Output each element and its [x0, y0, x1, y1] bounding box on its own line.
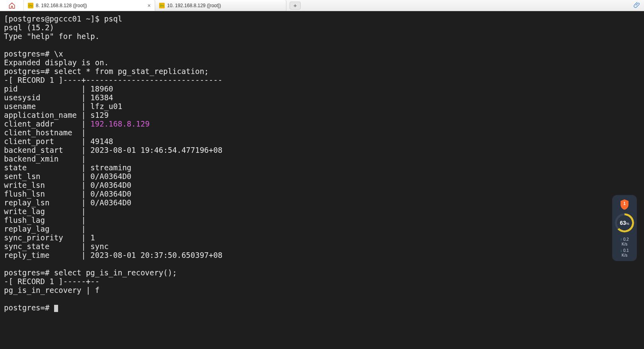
field-key: sent_lsn [4, 172, 77, 181]
cmd-recovery: postgres=# select pg_is_in_recovery(); [4, 268, 177, 277]
field-key: usename [4, 102, 77, 111]
prompt-line: [postgres@pgccc01 ~]$ psql [4, 14, 122, 23]
field-key: flush_lag [4, 216, 77, 224]
cmd-select: postgres=# select * from pg_stat_replica… [4, 67, 209, 76]
usage-percent: 63 [620, 220, 626, 226]
percent-sign: % [626, 222, 629, 226]
psql-help: Type "help" for help. [4, 32, 99, 41]
field-value [86, 128, 90, 137]
key-icon [159, 3, 165, 8]
field-key: write_lag [4, 207, 77, 216]
field-value: 2023-08-01 19:46:54.477196+08 [86, 146, 222, 154]
field-value: streaming [86, 163, 131, 172]
field-value [86, 207, 90, 216]
field-value [86, 216, 90, 224]
net-upload: 0.2 K/s [620, 237, 629, 247]
field-value: 2023-08-01 20:37:50.650397+08 [86, 251, 222, 259]
field-key: pid [4, 84, 77, 93]
home-button[interactable] [0, 0, 24, 11]
field-value: sync [86, 242, 109, 251]
field-value: 0/A0364D0 [86, 198, 131, 207]
field-key: replay_lsn [4, 198, 77, 207]
field-key: usesysid [4, 93, 77, 102]
psql-version: psql (15.2) [4, 23, 54, 32]
field-value: 18960 [86, 84, 113, 93]
field-value [86, 224, 90, 233]
field-value: s129 [86, 111, 109, 119]
key-icon [28, 3, 33, 8]
terminal-cursor [54, 305, 58, 312]
field-key: client_addr [4, 119, 77, 128]
tab-0[interactable]: 8. 192.168.8.128 ([root])× [24, 0, 155, 11]
tab-bar: 8. 192.168.8.128 ([root])×10. 192.168.8.… [0, 0, 644, 11]
cmd-expanded: postgres=# \x [4, 49, 63, 58]
record-header: -[ RECORD 1 ]----+----------------------… [4, 76, 222, 84]
net-download: 0.1 K/s [620, 248, 629, 258]
up-rate: 0.2 [623, 237, 629, 242]
field-value: 0/A0364D0 [86, 181, 131, 189]
field-key: reply_time [4, 251, 77, 259]
field-key: write_lsn [4, 181, 77, 189]
system-monitor-widget[interactable]: 1 63% 0.2 K/s 0.1 K/s [612, 195, 637, 261]
field-key: replay_lag [4, 224, 77, 233]
field-key: client_port [4, 137, 77, 146]
field-key: backend_start [4, 146, 77, 154]
home-icon [8, 2, 16, 9]
field-key: sync_state [4, 242, 77, 251]
field-key: client_hostname [4, 128, 77, 137]
down-unit: K/s [620, 253, 629, 258]
new-tab-button[interactable]: + [290, 2, 301, 10]
tab-label: 8. 192.168.8.128 ([root]) [36, 3, 144, 8]
field-value [86, 154, 90, 163]
up-unit: K/s [620, 242, 629, 247]
down-rate: 0.1 [623, 248, 629, 253]
recovery-key: pg_is_in_recovery [4, 286, 81, 294]
record-header-2: -[ RECORD 1 ]-----+-- [4, 277, 99, 286]
recovery-val: f [90, 286, 99, 294]
shield-icon: 1 [620, 199, 629, 210]
field-key: application_name [4, 111, 77, 119]
shield-badge: 1 [620, 201, 629, 206]
prompt-end: postgres=# [4, 303, 54, 312]
field-key: backend_xmin [4, 154, 77, 163]
tab-label: 10. 192.168.8.129 ([root]) [167, 3, 282, 8]
field-value: 0/A0364D0 [86, 189, 131, 198]
field-key: sync_priority [4, 233, 77, 242]
field-value: lfz_u01 [86, 102, 123, 111]
tab-1[interactable]: 10. 192.168.8.129 ([root]) [155, 0, 286, 11]
field-value: 0/A0364D0 [86, 172, 131, 181]
terminal-output[interactable]: [postgres@pgccc01 ~]$ psql psql (15.2) T… [0, 11, 644, 315]
field-value: 16384 [86, 93, 113, 102]
field-key: flush_lsn [4, 189, 77, 198]
close-icon[interactable]: × [148, 2, 151, 9]
attachment-icon[interactable] [634, 2, 641, 9]
usage-ring: 63% [615, 213, 634, 232]
expanded-msg: Expanded display is on. [4, 58, 109, 67]
plus-icon: + [294, 2, 297, 9]
field-value: 1 [86, 233, 95, 242]
field-key: state [4, 163, 77, 172]
client-addr-value: 192.168.8.129 [90, 119, 150, 128]
field-value: 49148 [86, 137, 113, 146]
